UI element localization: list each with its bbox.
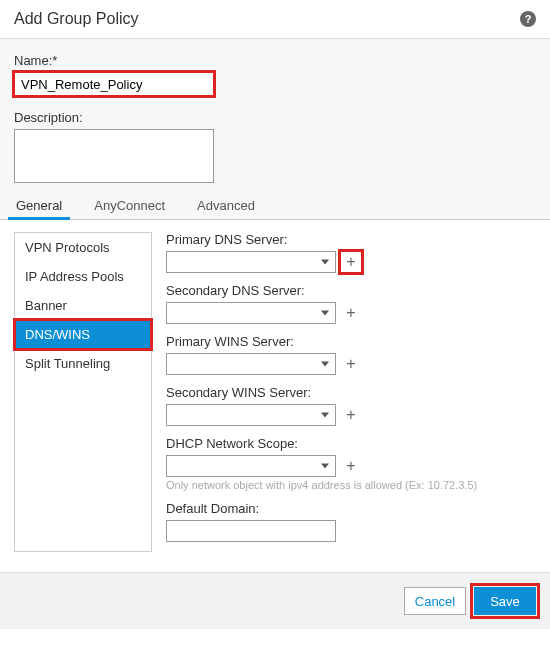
tab-bar: General AnyConnect Advanced <box>0 190 550 220</box>
top-form-area: Name:* Description: <box>0 39 550 190</box>
secondary-dns-dropdown[interactable] <box>166 302 336 324</box>
primary-wins-add-icon[interactable]: + <box>342 355 360 373</box>
description-field: Description: <box>14 110 536 186</box>
primary-dns-add-icon[interactable]: + <box>342 253 360 271</box>
secondary-dns-label: Secondary DNS Server: <box>166 283 536 298</box>
settings-panel: VPN Protocols IP Address Pools Banner DN… <box>0 220 550 572</box>
primary-dns-row: Primary DNS Server: + <box>166 232 536 273</box>
sidebar-item-ip-address-pools[interactable]: IP Address Pools <box>15 262 151 291</box>
primary-dns-dropdown[interactable] <box>166 251 336 273</box>
default-domain-input[interactable] <box>166 520 336 542</box>
secondary-wins-row: Secondary WINS Server: + <box>166 385 536 426</box>
secondary-dns-row: Secondary DNS Server: + <box>166 283 536 324</box>
dhcp-scope-row: DHCP Network Scope: + Only network objec… <box>166 436 536 491</box>
dhcp-scope-add-icon[interactable]: + <box>342 457 360 475</box>
primary-dns-label: Primary DNS Server: <box>166 232 536 247</box>
dialog-header: Add Group Policy ? <box>0 0 550 39</box>
default-domain-row: Default Domain: <box>166 501 536 542</box>
sidebar-item-vpn-protocols[interactable]: VPN Protocols <box>15 233 151 262</box>
primary-wins-row: Primary WINS Server: + <box>166 334 536 375</box>
dialog-footer: Cancel Save <box>0 572 550 629</box>
dhcp-scope-dropdown[interactable] <box>166 455 336 477</box>
save-button[interactable]: Save <box>474 587 536 615</box>
tab-general[interactable]: General <box>14 190 64 219</box>
tab-anyconnect[interactable]: AnyConnect <box>92 190 167 219</box>
dialog-title: Add Group Policy <box>14 10 139 28</box>
description-label: Description: <box>14 110 536 125</box>
primary-wins-label: Primary WINS Server: <box>166 334 536 349</box>
name-input[interactable] <box>14 72 214 96</box>
secondary-wins-dropdown[interactable] <box>166 404 336 426</box>
tab-advanced[interactable]: Advanced <box>195 190 257 219</box>
name-field: Name:* <box>14 53 536 96</box>
name-label: Name:* <box>14 53 536 68</box>
dhcp-scope-label: DHCP Network Scope: <box>166 436 536 451</box>
dhcp-scope-hint: Only network object with ipv4 address is… <box>166 479 536 491</box>
default-domain-label: Default Domain: <box>166 501 536 516</box>
sidebar-item-banner[interactable]: Banner <box>15 291 151 320</box>
sidebar-item-dns-wins[interactable]: DNS/WINS <box>15 320 151 349</box>
description-input[interactable] <box>14 129 214 183</box>
secondary-wins-add-icon[interactable]: + <box>342 406 360 424</box>
side-nav: VPN Protocols IP Address Pools Banner DN… <box>14 232 152 552</box>
primary-wins-dropdown[interactable] <box>166 353 336 375</box>
cancel-button[interactable]: Cancel <box>404 587 466 615</box>
secondary-dns-add-icon[interactable]: + <box>342 304 360 322</box>
dns-wins-settings: Primary DNS Server: + Secondary DNS Serv… <box>166 232 536 552</box>
secondary-wins-label: Secondary WINS Server: <box>166 385 536 400</box>
help-icon[interactable]: ? <box>520 11 536 27</box>
sidebar-item-split-tunneling[interactable]: Split Tunneling <box>15 349 151 378</box>
